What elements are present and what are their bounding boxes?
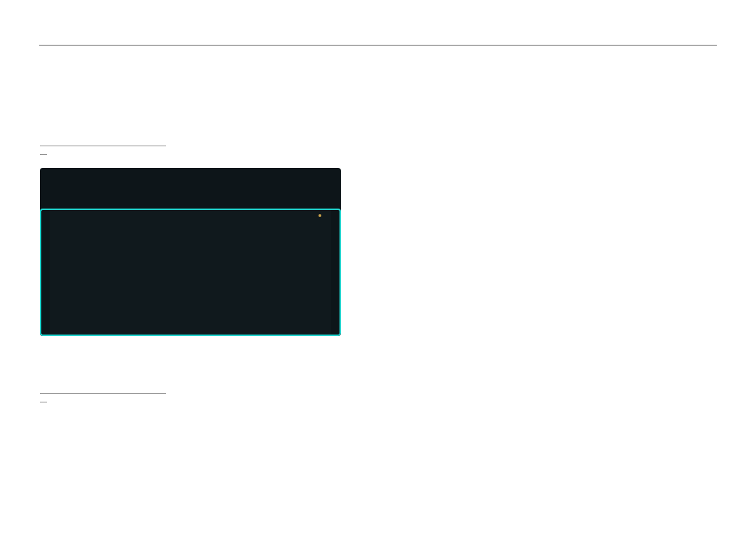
- osd-body: [50, 209, 331, 336]
- page-content: ― ―: [40, 133, 716, 407]
- osd-dial-row: [51, 172, 330, 209]
- left-column: ― ―: [40, 133, 369, 407]
- right-column: [388, 133, 716, 407]
- footnote-rule-1: [40, 146, 166, 146]
- top-divider: [39, 45, 717, 45]
- osd-columns: [50, 224, 331, 332]
- osd-breadcrumb: [318, 213, 324, 220]
- osd-edge-left: [40, 209, 50, 336]
- osd-edge-right: [331, 209, 341, 336]
- footnote-1: ―: [40, 149, 369, 160]
- osd-help-text: [258, 224, 331, 332]
- osd-panel: [40, 168, 341, 336]
- osd-left-menu: [50, 224, 132, 332]
- footnote-rule-2: [40, 393, 166, 394]
- footnote-2: ―: [40, 397, 369, 407]
- osd-middle-menu: [132, 224, 258, 332]
